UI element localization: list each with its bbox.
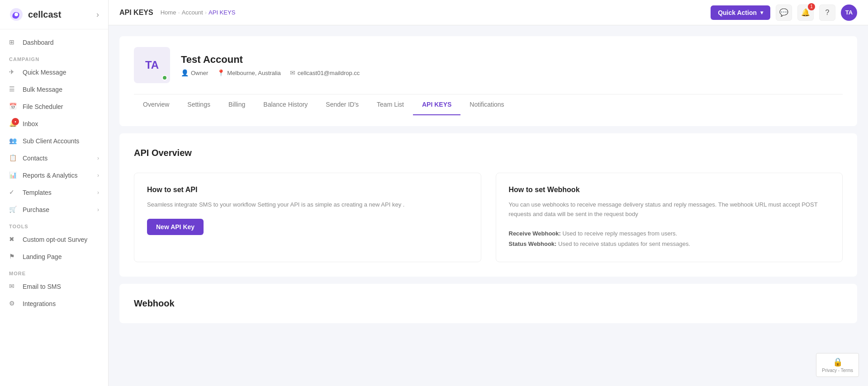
breadcrumb-account[interactable]: Account bbox=[182, 9, 203, 16]
email-label: cellcast01@maildrop.cc bbox=[298, 70, 360, 76]
sidebar-item-templates[interactable]: ✓ Templates › bbox=[0, 184, 108, 201]
section-campaign: CAMPAIGN bbox=[0, 51, 108, 64]
logo-area: cellcast › bbox=[0, 0, 108, 29]
tab-balance-history[interactable]: Balance History bbox=[254, 94, 317, 115]
account-header: TA Test Account 👤 Owner 📍 Mel bbox=[134, 47, 843, 83]
account-tabs: Overview Settings Billing Balance Histor… bbox=[134, 94, 843, 115]
sidebar-item-email-sms[interactable]: ✉ Email to SMS bbox=[0, 278, 108, 295]
page-title: API KEYS bbox=[119, 9, 153, 17]
notifications-icon-btn[interactable]: 🔔 1 bbox=[797, 5, 814, 21]
set-api-card: How to set API Seamless integrate SMS to… bbox=[134, 173, 481, 262]
sidebar-item-purchase[interactable]: 🛒 Purchase › bbox=[0, 201, 108, 218]
tab-sender-ids[interactable]: Sender ID's bbox=[317, 94, 368, 115]
tab-overview[interactable]: Overview bbox=[134, 94, 178, 115]
receive-webhook-label: Receive Webhook: bbox=[509, 230, 561, 237]
sidebar-item-reports[interactable]: 📊 Reports & Analytics › bbox=[0, 167, 108, 184]
breadcrumb-home[interactable]: Home bbox=[161, 9, 176, 16]
header: API KEYS Home - Account › API KEYS Quick… bbox=[109, 0, 868, 25]
inbox-label: Inbox bbox=[23, 120, 38, 127]
sidebar-item-dashboard[interactable]: ⊞ Dashboard bbox=[0, 34, 108, 51]
breadcrumb-sep2: › bbox=[205, 9, 207, 16]
api-overview-section: API Overview How to set API Seamless int… bbox=[119, 133, 857, 277]
location-icon: 📍 bbox=[217, 69, 225, 76]
reports-label: Reports & Analytics bbox=[23, 172, 77, 179]
user-avatar[interactable]: TA bbox=[841, 5, 857, 21]
recaptcha-text: Privacy - Terms bbox=[822, 368, 853, 373]
sidebar-item-inbox[interactable]: 🔔 Inbox • bbox=[0, 115, 108, 132]
reports-icon: 📊 bbox=[9, 171, 17, 179]
sub-client-icon: 👥 bbox=[9, 137, 17, 145]
header-actions: Quick Action ▾ 💬 🔔 1 ? TA bbox=[711, 5, 857, 21]
role-label: Owner bbox=[191, 70, 208, 76]
sidebar: cellcast › ⊞ Dashboard CAMPAIGN ✈ Quick … bbox=[0, 0, 109, 386]
recaptcha-badge: 🔒 Privacy - Terms bbox=[816, 353, 859, 377]
online-indicator bbox=[162, 75, 167, 80]
sidebar-item-quick-message[interactable]: ✈ Quick Message bbox=[0, 64, 108, 81]
avatar-initials: TA bbox=[145, 59, 159, 71]
api-overview-title: API Overview bbox=[134, 148, 843, 158]
status-webhook-desc: Used to receive status updates for sent … bbox=[558, 240, 690, 247]
tab-notifications[interactable]: Notifications bbox=[460, 94, 513, 115]
tab-api-keys[interactable]: API KEYS bbox=[413, 94, 460, 115]
quick-message-icon: ✈ bbox=[9, 68, 17, 76]
cellcast-logo-icon bbox=[9, 7, 24, 22]
sidebar-toggle[interactable]: › bbox=[96, 10, 99, 19]
recaptcha-logo-icon: 🔒 bbox=[833, 357, 843, 367]
landing-page-icon: ⚑ bbox=[9, 253, 17, 261]
custom-opt-label: Custom opt-out Survey bbox=[23, 236, 87, 243]
breadcrumb-current: API KEYS bbox=[209, 9, 235, 16]
sidebar-item-custom-opt[interactable]: ✖ Custom opt-out Survey bbox=[0, 231, 108, 248]
webhook-title: Webhook bbox=[134, 298, 843, 309]
account-name: Test Account bbox=[181, 54, 360, 66]
messages-icon-btn[interactable]: 💬 bbox=[776, 5, 792, 21]
set-api-desc: Seamless integrate SMS to your workflow … bbox=[147, 200, 468, 210]
tab-billing[interactable]: Billing bbox=[219, 94, 254, 115]
receive-webhook-desc: Used to receive reply messages from user… bbox=[562, 230, 677, 237]
integrations-icon: ⚙ bbox=[9, 300, 17, 308]
help-icon: ? bbox=[825, 9, 830, 17]
sidebar-item-contacts[interactable]: 📋 Contacts › bbox=[0, 150, 108, 167]
location-label: Melbourne, Australia bbox=[227, 70, 281, 76]
quick-message-label: Quick Message bbox=[23, 69, 66, 76]
templates-label: Templates bbox=[23, 189, 52, 196]
email-sms-icon: ✉ bbox=[9, 282, 17, 291]
contacts-chevron: › bbox=[97, 155, 99, 161]
file-scheduler-label: File Scheduler bbox=[23, 103, 63, 110]
purchase-label: Purchase bbox=[23, 206, 49, 213]
breadcrumb: Home - Account › API KEYS bbox=[161, 9, 236, 16]
section-more: MORE bbox=[0, 265, 108, 278]
tab-settings[interactable]: Settings bbox=[178, 94, 219, 115]
account-role: 👤 Owner bbox=[181, 69, 208, 76]
integrations-label: Integrations bbox=[23, 300, 56, 307]
notification-badge: 1 bbox=[808, 3, 815, 10]
dashboard-label: Dashboard bbox=[23, 39, 54, 46]
landing-page-label: Landing Page bbox=[23, 253, 62, 260]
account-card: TA Test Account 👤 Owner 📍 Mel bbox=[119, 36, 857, 126]
api-cards-grid: How to set API Seamless integrate SMS to… bbox=[134, 173, 843, 262]
tab-team-list[interactable]: Team List bbox=[368, 94, 413, 115]
main-area: API KEYS Home - Account › API KEYS Quick… bbox=[109, 0, 868, 386]
email-icon: ✉ bbox=[290, 69, 295, 76]
sidebar-item-integrations[interactable]: ⚙ Integrations bbox=[0, 295, 108, 312]
breadcrumb-sep1: - bbox=[178, 9, 180, 16]
chat-icon: 💬 bbox=[779, 8, 788, 17]
sidebar-item-bulk-message[interactable]: ☰ Bulk Message bbox=[0, 81, 108, 98]
sidebar-item-file-scheduler[interactable]: 📅 File Scheduler bbox=[0, 98, 108, 115]
new-api-key-button[interactable]: New API Key bbox=[147, 219, 204, 235]
status-webhook-label: Status Webhook: bbox=[509, 240, 557, 247]
account-email: ✉ cellcast01@maildrop.cc bbox=[290, 69, 360, 76]
quick-action-button[interactable]: Quick Action ▾ bbox=[711, 5, 770, 20]
sidebar-nav: ⊞ Dashboard CAMPAIGN ✈ Quick Message ☰ B… bbox=[0, 29, 108, 386]
sidebar-item-landing-page[interactable]: ⚑ Landing Page bbox=[0, 248, 108, 265]
templates-chevron: › bbox=[97, 189, 99, 196]
templates-icon: ✓ bbox=[9, 188, 17, 197]
role-icon: 👤 bbox=[181, 69, 189, 76]
svg-point-1 bbox=[14, 13, 18, 16]
dashboard-icon: ⊞ bbox=[9, 38, 17, 47]
help-icon-btn[interactable]: ? bbox=[819, 5, 835, 21]
email-sms-label: Email to SMS bbox=[23, 283, 61, 290]
webhook-section: Webhook bbox=[119, 284, 857, 323]
sidebar-item-sub-client[interactable]: 👥 Sub Client Accounts bbox=[0, 132, 108, 150]
account-avatar: TA bbox=[134, 47, 170, 83]
quick-action-label: Quick Action bbox=[718, 9, 757, 16]
